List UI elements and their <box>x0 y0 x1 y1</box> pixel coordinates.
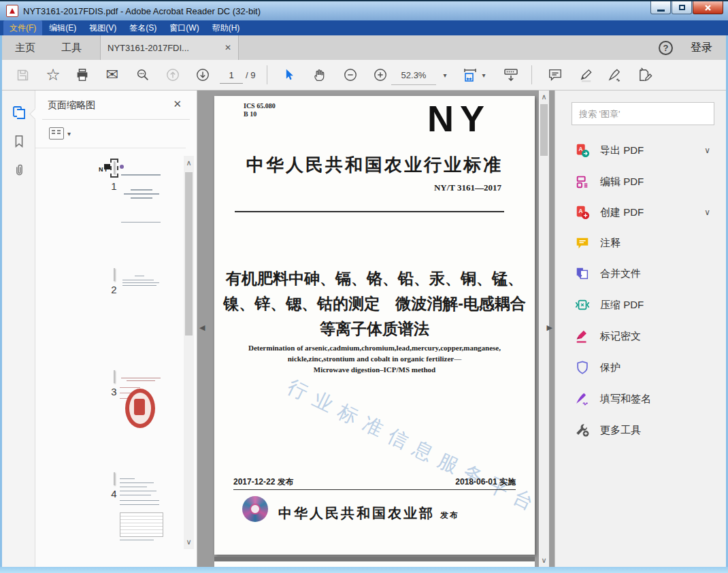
tab-home[interactable]: 主页 <box>2 35 48 60</box>
edit-pdf-icon <box>574 174 591 190</box>
document-scrollbar-thumb[interactable] <box>540 104 548 156</box>
attachments-panel-button[interactable] <box>10 161 28 179</box>
highlighter-icon <box>578 67 594 83</box>
thumbnails-options-button[interactable]: ▾ <box>49 127 71 140</box>
tools-panel: A 导出 PDF ∨ 编辑 PDF A 创建 PDF ∨ 注释 <box>555 91 726 567</box>
save-icon <box>16 68 30 82</box>
page-edit-icon <box>638 67 653 83</box>
tool-protect[interactable]: 保护 <box>574 357 717 378</box>
protect-icon <box>574 359 591 376</box>
comment-bubble-icon <box>548 67 563 82</box>
minimize-button[interactable] <box>650 1 671 14</box>
options-caret-icon: ▾ <box>67 130 71 137</box>
menu-view[interactable]: 视图(V) <box>83 20 122 36</box>
close-button[interactable] <box>693 1 723 14</box>
tools-search-input[interactable] <box>572 102 714 125</box>
tab-document[interactable]: NYT3161-2017FDI... ✕ <box>100 35 239 60</box>
menu-help[interactable]: 帮助(H) <box>206 20 246 36</box>
stamp-button[interactable] <box>634 60 656 90</box>
select-tool-button[interactable] <box>278 60 300 90</box>
page-thumbnails-panel-button[interactable] <box>10 104 28 122</box>
zoom-caret-icon[interactable]: ▾ <box>438 60 452 90</box>
scroll-down-icon[interactable]: ∨ <box>539 556 549 565</box>
next-page-button[interactable] <box>192 60 214 90</box>
thumbnails-panel-title: 页面缩略图 <box>48 99 95 112</box>
redact-icon <box>574 328 591 344</box>
expand-chevron-icon[interactable]: ∨ <box>704 146 710 155</box>
save-button[interactable] <box>12 60 33 90</box>
page-up-icon <box>165 67 180 82</box>
tool-combine-files[interactable]: 合并文件 <box>574 263 717 284</box>
scroll-up-icon[interactable]: ∧ <box>539 93 549 101</box>
tool-comment[interactable]: 注释 <box>574 233 717 253</box>
tool-export-pdf[interactable]: A 导出 PDF ∨ <box>574 140 717 161</box>
document-view: ◀ ICS 65.080 B 10 NY 中华人民共和国农业行业标准 NY/T … <box>197 91 555 567</box>
tool-create-pdf[interactable]: A 创建 PDF ∨ <box>574 202 717 223</box>
search-button[interactable] <box>132 60 154 90</box>
expand-chevron-icon[interactable]: ∨ <box>704 208 710 217</box>
scroll-up-icon[interactable]: ∧ <box>184 159 194 167</box>
tool-compress-pdf[interactable]: 压缩 PDF <box>574 295 717 315</box>
thumbnails-scrollbar[interactable]: ∧ ∨ <box>184 156 194 549</box>
fill-sign-icon <box>574 391 591 407</box>
sign-button[interactable] <box>604 60 626 90</box>
tab-bar: 主页 工具 NYT3161-2017FDI... ✕ ? 登录 <box>2 35 726 60</box>
hand-tool-button[interactable] <box>308 60 330 90</box>
thumbnail-page-4[interactable]: 4 <box>82 473 146 500</box>
sign-in-button[interactable]: 登录 <box>691 41 712 55</box>
paperclip-icon <box>12 163 27 178</box>
page-number-input[interactable] <box>220 67 243 84</box>
menu-file[interactable]: 文件(F) <box>3 20 42 36</box>
thumbnail-page-1[interactable]: NY 1 <box>82 159 146 192</box>
comment-tool-icon <box>574 235 591 251</box>
menu-window[interactable]: 窗口(W) <box>163 20 205 36</box>
reading-mode-button[interactable] <box>500 60 522 90</box>
menu-bar: 文件(F) 编辑(E) 视图(V) 签名(S) 窗口(W) 帮助(H) <box>0 20 728 35</box>
thumbnails-scrollbar-thumb[interactable] <box>185 172 193 335</box>
comment-button[interactable] <box>544 60 566 90</box>
zoom-out-button[interactable] <box>340 60 361 90</box>
tab-close-icon[interactable]: ✕ <box>225 43 231 52</box>
ministry-seal <box>242 496 268 522</box>
help-icon[interactable]: ? <box>659 41 673 55</box>
standard-logo: NY <box>427 97 491 140</box>
menu-edit[interactable]: 编辑(E) <box>43 20 82 36</box>
thumbnail-options-icon <box>49 127 64 140</box>
print-button[interactable] <box>71 60 93 90</box>
navigation-strip <box>2 91 35 567</box>
page-down-icon <box>195 67 210 82</box>
favorites-star-button[interactable]: ☆ <box>42 60 64 90</box>
tool-edit-pdf[interactable]: 编辑 PDF <box>574 171 717 192</box>
thumbnail-page-3[interactable]: 3 <box>82 371 146 397</box>
thumbnail-image-4 <box>114 472 115 485</box>
divider <box>42 119 190 120</box>
highlight-button[interactable] <box>575 60 597 90</box>
thumbnails-close-icon[interactable]: ✕ <box>173 98 182 110</box>
tool-more-tools[interactable]: 更多工具 <box>574 420 717 440</box>
collapse-right-panel-icon[interactable]: ▶ <box>547 323 552 332</box>
zoom-in-button[interactable] <box>369 60 391 90</box>
email-button[interactable]: ✉ <box>101 60 123 90</box>
thumbnail-image-1: NY <box>114 161 115 174</box>
zoom-level-dropdown[interactable]: 52.3% <box>391 70 436 85</box>
tool-redact[interactable]: 标记密文 <box>574 326 717 346</box>
publisher-name: 中华人民共和国农业部发布 <box>278 504 459 523</box>
reading-mode-icon <box>503 67 519 83</box>
toolbar-divider <box>531 65 532 84</box>
thumbnail-page-2[interactable]: 2 <box>82 269 146 295</box>
zoom-in-icon <box>373 67 388 82</box>
tab-tools[interactable]: 工具 <box>48 35 95 60</box>
collapse-left-panel-icon[interactable]: ◀ <box>199 323 205 332</box>
restore-button[interactable] <box>672 1 692 14</box>
publish-label: 发布 <box>440 510 459 520</box>
menu-sign[interactable]: 签名(S) <box>123 20 163 36</box>
export-pdf-icon: A <box>574 142 591 159</box>
tool-fill-sign[interactable]: 填写和签名 <box>574 389 717 409</box>
acrobat-pdf-file-icon <box>6 5 18 17</box>
fit-width-caret-icon[interactable]: ▾ <box>478 60 489 90</box>
scroll-down-icon[interactable]: ∨ <box>184 538 194 546</box>
bookmarks-panel-button[interactable] <box>10 133 28 150</box>
bookmark-icon <box>12 134 27 149</box>
fit-width-icon <box>462 67 478 83</box>
create-pdf-icon: A <box>574 204 591 220</box>
